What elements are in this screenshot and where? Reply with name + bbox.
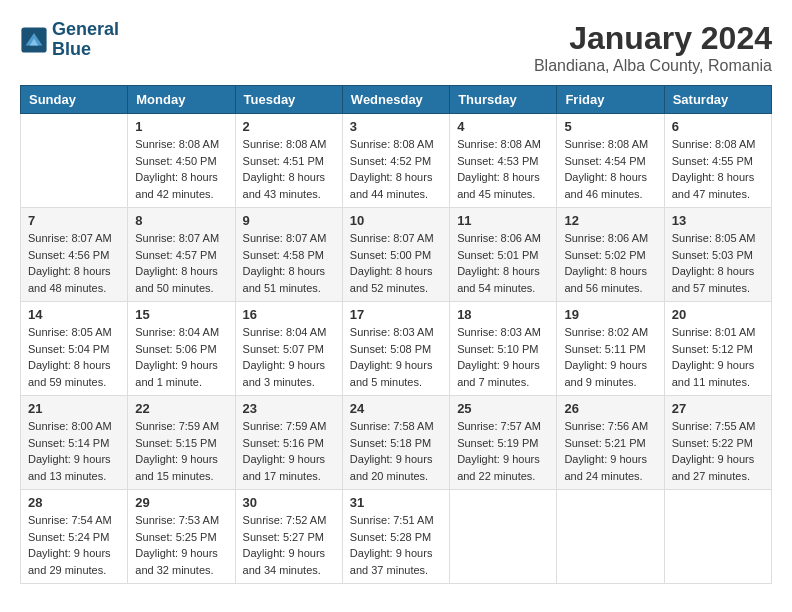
weekday-header: Tuesday <box>235 86 342 114</box>
day-info: Sunrise: 8:08 AMSunset: 4:55 PMDaylight:… <box>672 136 764 202</box>
day-info: Sunrise: 7:53 AMSunset: 5:25 PMDaylight:… <box>135 512 227 578</box>
month-title: January 2024 <box>534 20 772 57</box>
day-info: Sunrise: 8:05 AMSunset: 5:03 PMDaylight:… <box>672 230 764 296</box>
day-info: Sunrise: 8:03 AMSunset: 5:08 PMDaylight:… <box>350 324 442 390</box>
calendar-cell <box>557 490 664 584</box>
day-info: Sunrise: 8:04 AMSunset: 5:07 PMDaylight:… <box>243 324 335 390</box>
calendar-cell <box>664 490 771 584</box>
day-number: 28 <box>28 495 120 510</box>
day-number: 19 <box>564 307 656 322</box>
calendar-cell: 19Sunrise: 8:02 AMSunset: 5:11 PMDayligh… <box>557 302 664 396</box>
calendar-cell: 28Sunrise: 7:54 AMSunset: 5:24 PMDayligh… <box>21 490 128 584</box>
day-info: Sunrise: 8:06 AMSunset: 5:02 PMDaylight:… <box>564 230 656 296</box>
title-section: January 2024 Blandiana, Alba County, Rom… <box>534 20 772 75</box>
day-info: Sunrise: 8:07 AMSunset: 4:58 PMDaylight:… <box>243 230 335 296</box>
day-info: Sunrise: 8:08 AMSunset: 4:54 PMDaylight:… <box>564 136 656 202</box>
calendar-week-row: 1Sunrise: 8:08 AMSunset: 4:50 PMDaylight… <box>21 114 772 208</box>
day-info: Sunrise: 8:08 AMSunset: 4:53 PMDaylight:… <box>457 136 549 202</box>
calendar-week-row: 28Sunrise: 7:54 AMSunset: 5:24 PMDayligh… <box>21 490 772 584</box>
calendar-cell: 18Sunrise: 8:03 AMSunset: 5:10 PMDayligh… <box>450 302 557 396</box>
weekday-header: Friday <box>557 86 664 114</box>
day-info: Sunrise: 7:59 AMSunset: 5:15 PMDaylight:… <box>135 418 227 484</box>
day-number: 14 <box>28 307 120 322</box>
day-number: 24 <box>350 401 442 416</box>
calendar-cell: 17Sunrise: 8:03 AMSunset: 5:08 PMDayligh… <box>342 302 449 396</box>
day-number: 6 <box>672 119 764 134</box>
day-number: 2 <box>243 119 335 134</box>
calendar-cell: 29Sunrise: 7:53 AMSunset: 5:25 PMDayligh… <box>128 490 235 584</box>
calendar-cell: 11Sunrise: 8:06 AMSunset: 5:01 PMDayligh… <box>450 208 557 302</box>
day-info: Sunrise: 7:55 AMSunset: 5:22 PMDaylight:… <box>672 418 764 484</box>
weekday-header: Wednesday <box>342 86 449 114</box>
calendar-cell: 15Sunrise: 8:04 AMSunset: 5:06 PMDayligh… <box>128 302 235 396</box>
calendar-cell: 31Sunrise: 7:51 AMSunset: 5:28 PMDayligh… <box>342 490 449 584</box>
day-number: 3 <box>350 119 442 134</box>
calendar-cell <box>450 490 557 584</box>
calendar-cell <box>21 114 128 208</box>
calendar-cell: 14Sunrise: 8:05 AMSunset: 5:04 PMDayligh… <box>21 302 128 396</box>
calendar-cell: 5Sunrise: 8:08 AMSunset: 4:54 PMDaylight… <box>557 114 664 208</box>
calendar-cell: 2Sunrise: 8:08 AMSunset: 4:51 PMDaylight… <box>235 114 342 208</box>
day-number: 29 <box>135 495 227 510</box>
calendar-cell: 8Sunrise: 8:07 AMSunset: 4:57 PMDaylight… <box>128 208 235 302</box>
day-info: Sunrise: 8:08 AMSunset: 4:52 PMDaylight:… <box>350 136 442 202</box>
day-info: Sunrise: 8:08 AMSunset: 4:50 PMDaylight:… <box>135 136 227 202</box>
day-number: 30 <box>243 495 335 510</box>
day-info: Sunrise: 8:02 AMSunset: 5:11 PMDaylight:… <box>564 324 656 390</box>
calendar-cell: 6Sunrise: 8:08 AMSunset: 4:55 PMDaylight… <box>664 114 771 208</box>
day-number: 10 <box>350 213 442 228</box>
day-number: 18 <box>457 307 549 322</box>
day-number: 16 <box>243 307 335 322</box>
day-info: Sunrise: 8:00 AMSunset: 5:14 PMDaylight:… <box>28 418 120 484</box>
calendar-cell: 7Sunrise: 8:07 AMSunset: 4:56 PMDaylight… <box>21 208 128 302</box>
day-number: 31 <box>350 495 442 510</box>
calendar-cell: 30Sunrise: 7:52 AMSunset: 5:27 PMDayligh… <box>235 490 342 584</box>
day-info: Sunrise: 7:54 AMSunset: 5:24 PMDaylight:… <box>28 512 120 578</box>
calendar-cell: 25Sunrise: 7:57 AMSunset: 5:19 PMDayligh… <box>450 396 557 490</box>
day-info: Sunrise: 8:03 AMSunset: 5:10 PMDaylight:… <box>457 324 549 390</box>
day-number: 4 <box>457 119 549 134</box>
day-number: 27 <box>672 401 764 416</box>
day-number: 17 <box>350 307 442 322</box>
calendar-cell: 26Sunrise: 7:56 AMSunset: 5:21 PMDayligh… <box>557 396 664 490</box>
calendar-cell: 21Sunrise: 8:00 AMSunset: 5:14 PMDayligh… <box>21 396 128 490</box>
calendar-cell: 13Sunrise: 8:05 AMSunset: 5:03 PMDayligh… <box>664 208 771 302</box>
day-info: Sunrise: 8:06 AMSunset: 5:01 PMDaylight:… <box>457 230 549 296</box>
weekday-header: Sunday <box>21 86 128 114</box>
calendar-cell: 1Sunrise: 8:08 AMSunset: 4:50 PMDaylight… <box>128 114 235 208</box>
calendar-cell: 27Sunrise: 7:55 AMSunset: 5:22 PMDayligh… <box>664 396 771 490</box>
day-number: 1 <box>135 119 227 134</box>
day-number: 9 <box>243 213 335 228</box>
day-number: 12 <box>564 213 656 228</box>
calendar-cell: 22Sunrise: 7:59 AMSunset: 5:15 PMDayligh… <box>128 396 235 490</box>
day-info: Sunrise: 7:51 AMSunset: 5:28 PMDaylight:… <box>350 512 442 578</box>
calendar-cell: 20Sunrise: 8:01 AMSunset: 5:12 PMDayligh… <box>664 302 771 396</box>
day-info: Sunrise: 8:07 AMSunset: 4:57 PMDaylight:… <box>135 230 227 296</box>
calendar-cell: 10Sunrise: 8:07 AMSunset: 5:00 PMDayligh… <box>342 208 449 302</box>
page-header: General Blue January 2024 Blandiana, Alb… <box>20 20 772 75</box>
location-title: Blandiana, Alba County, Romania <box>534 57 772 75</box>
calendar-cell: 3Sunrise: 8:08 AMSunset: 4:52 PMDaylight… <box>342 114 449 208</box>
day-info: Sunrise: 8:07 AMSunset: 4:56 PMDaylight:… <box>28 230 120 296</box>
day-info: Sunrise: 7:59 AMSunset: 5:16 PMDaylight:… <box>243 418 335 484</box>
calendar-cell: 4Sunrise: 8:08 AMSunset: 4:53 PMDaylight… <box>450 114 557 208</box>
calendar-cell: 24Sunrise: 7:58 AMSunset: 5:18 PMDayligh… <box>342 396 449 490</box>
calendar-table: SundayMondayTuesdayWednesdayThursdayFrid… <box>20 85 772 584</box>
day-info: Sunrise: 7:58 AMSunset: 5:18 PMDaylight:… <box>350 418 442 484</box>
logo-text: General Blue <box>52 20 119 60</box>
day-number: 13 <box>672 213 764 228</box>
day-number: 11 <box>457 213 549 228</box>
day-number: 15 <box>135 307 227 322</box>
weekday-header-row: SundayMondayTuesdayWednesdayThursdayFrid… <box>21 86 772 114</box>
day-number: 25 <box>457 401 549 416</box>
day-info: Sunrise: 8:05 AMSunset: 5:04 PMDaylight:… <box>28 324 120 390</box>
logo-line1: General <box>52 19 119 39</box>
day-number: 22 <box>135 401 227 416</box>
calendar-week-row: 14Sunrise: 8:05 AMSunset: 5:04 PMDayligh… <box>21 302 772 396</box>
day-number: 21 <box>28 401 120 416</box>
day-number: 7 <box>28 213 120 228</box>
day-info: Sunrise: 8:07 AMSunset: 5:00 PMDaylight:… <box>350 230 442 296</box>
weekday-header: Saturday <box>664 86 771 114</box>
day-number: 23 <box>243 401 335 416</box>
day-info: Sunrise: 8:08 AMSunset: 4:51 PMDaylight:… <box>243 136 335 202</box>
